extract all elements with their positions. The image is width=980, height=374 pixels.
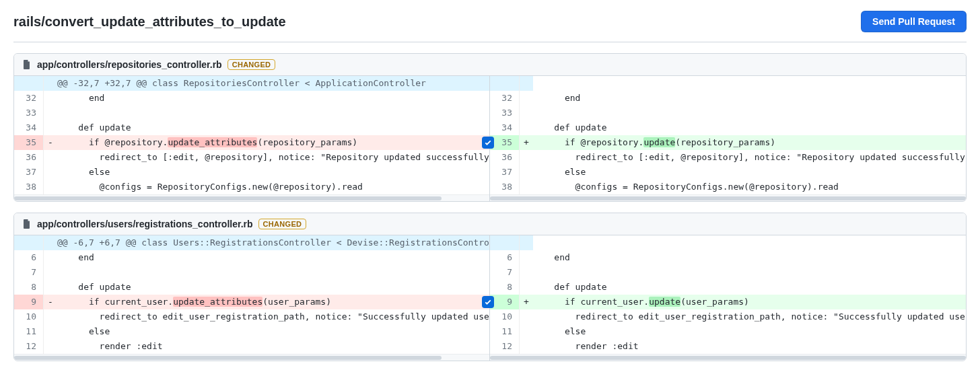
page-title: rails/convert_update_attributes_to_updat…	[13, 14, 286, 30]
diff-line-context: 37 else	[490, 165, 966, 180]
code-content: end	[57, 250, 489, 265]
page-header: rails/convert_update_attributes_to_updat…	[13, 11, 967, 42]
file-diff-block: app/controllers/repositories_controller.…	[13, 53, 967, 202]
line-number: 7	[14, 265, 44, 280]
code-content: else	[533, 165, 966, 180]
file-path: app/controllers/users/registrations_cont…	[37, 219, 253, 229]
diff-line-context: 38 @configs = RepositoryConfigs.new(@rep…	[14, 180, 489, 194]
code-content	[533, 265, 966, 280]
diff-line-deletion: 9- if current_user.update_attributes(use…	[14, 295, 489, 309]
line-number: 38	[490, 180, 520, 194]
diff-sign	[44, 339, 57, 354]
code-content: render :edit	[57, 339, 489, 354]
diff-line-context: 34 def update	[490, 120, 966, 135]
line-number: 6	[14, 250, 44, 265]
file-icon	[22, 219, 32, 229]
diff-line-deletion: 35- if @repository.update_attributes(rep…	[14, 135, 489, 150]
file-status-badge: CHANGED	[258, 219, 307, 229]
code-content: if @repository.update(repository_params)	[533, 135, 966, 150]
line-number: 34	[14, 120, 44, 135]
diff-sign	[44, 180, 57, 194]
diff-sign	[520, 324, 533, 339]
diff-highlight: update	[649, 297, 680, 307]
diff-line-addition: 35+ if @repository.update(repository_par…	[490, 135, 966, 150]
diff-sign	[44, 120, 57, 135]
code-content: def update	[57, 280, 489, 295]
diff-line-context: 36 redirect_to [:edit, @repository], not…	[490, 150, 966, 165]
code-content: else	[57, 324, 489, 339]
code-content: end	[533, 250, 966, 265]
diff-hunk-header: @@ -32,7 +32,7 @@ class RepositoriesCont…	[14, 76, 489, 91]
line-number: 33	[14, 106, 44, 120]
diff-sign	[44, 165, 57, 180]
code-content: def update	[533, 280, 966, 295]
code-content: if @repository.update_attributes(reposit…	[57, 135, 489, 150]
file-status-badge: CHANGED	[228, 59, 276, 70]
diff-line-context: 33	[490, 106, 966, 120]
diff-sign	[44, 250, 57, 265]
accept-change-checkbox[interactable]	[482, 296, 494, 308]
code-content: else	[57, 165, 489, 180]
file-diff-block: app/controllers/users/registrations_cont…	[13, 213, 967, 361]
diff-line-context: 8 def update	[14, 280, 489, 295]
line-number: 11	[14, 324, 44, 339]
diff-sign: -	[44, 135, 57, 150]
line-number: 35	[490, 135, 520, 150]
diff-sign	[44, 106, 57, 120]
line-number: 7	[490, 265, 520, 280]
diff-sign	[520, 106, 533, 120]
line-number: 32	[490, 91, 520, 106]
diff-sign	[520, 180, 533, 194]
line-number: 35	[14, 135, 44, 150]
diff-line-context: 32 end	[490, 91, 966, 106]
line-number: 36	[14, 150, 44, 165]
diff-line-context: 7	[14, 265, 489, 280]
line-number: 8	[14, 280, 44, 295]
diff-line-context: 6 end	[14, 250, 489, 265]
diff-line-context: 37 else	[14, 165, 489, 180]
code-content: render :edit	[533, 339, 966, 354]
line-number: 10	[14, 309, 44, 324]
code-content: @configs = RepositoryConfigs.new(@reposi…	[533, 180, 966, 194]
diff-sign	[44, 309, 57, 324]
code-content: redirect_to [:edit, @repository], notice…	[57, 150, 490, 165]
diff-sign	[520, 339, 533, 354]
send-pull-request-button[interactable]: Send Pull Request	[861, 11, 967, 32]
accept-change-checkbox[interactable]	[482, 137, 494, 149]
horizontal-scrollbar[interactable]	[14, 354, 489, 361]
diff-hunk-header: @@ -6,7 +6,7 @@ class Users::Registratio…	[14, 235, 489, 250]
file-header[interactable]: app/controllers/users/registrations_cont…	[14, 213, 966, 235]
line-number: 36	[490, 150, 520, 165]
diff-line-context: 36 redirect_to [:edit, @repository], not…	[14, 150, 489, 165]
diff-sign	[520, 91, 533, 106]
diff-sign	[520, 280, 533, 295]
file-path: app/controllers/repositories_controller.…	[37, 59, 222, 70]
diff-line-context: 12 render :edit	[14, 339, 489, 354]
line-number: 32	[14, 91, 44, 106]
diff-line-context: 32 end	[14, 91, 489, 106]
diff-line-addition: 9+ if current_user.update(user_params)	[490, 295, 966, 309]
line-number: 9	[14, 295, 44, 309]
diff-sign	[520, 165, 533, 180]
horizontal-scrollbar[interactable]	[14, 194, 489, 201]
diff-sign: -	[44, 295, 57, 309]
diff-line-context: 7	[490, 265, 966, 280]
diff-sign: +	[520, 295, 533, 309]
file-header[interactable]: app/controllers/repositories_controller.…	[14, 54, 966, 76]
diff-sign	[520, 250, 533, 265]
diff-sign	[520, 265, 533, 280]
code-content: def update	[533, 120, 966, 135]
line-number: 38	[14, 180, 44, 194]
diff-line-context: 38 @configs = RepositoryConfigs.new(@rep…	[490, 180, 966, 194]
diff-sign	[44, 280, 57, 295]
horizontal-scrollbar[interactable]	[490, 354, 966, 361]
horizontal-scrollbar[interactable]	[490, 194, 966, 201]
line-number: 9	[490, 295, 520, 309]
line-number: 37	[490, 165, 520, 180]
code-content	[57, 265, 489, 280]
line-number: 37	[14, 165, 44, 180]
line-number: 33	[490, 106, 520, 120]
diff-sign	[520, 309, 533, 324]
diff-line-context: 34 def update	[14, 120, 489, 135]
diff-line-context: 12 render :edit	[490, 339, 966, 354]
